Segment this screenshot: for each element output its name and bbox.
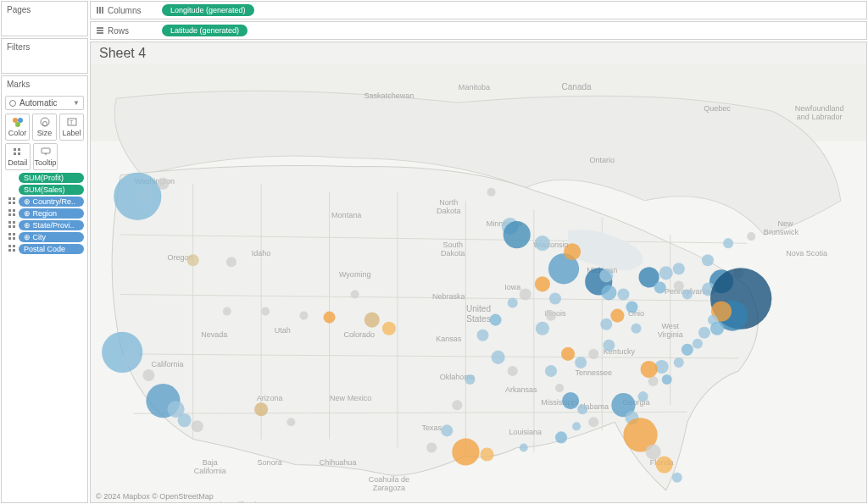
marks-pill-1[interactable]: SUM(Sales) [19,185,84,195]
data-mark[interactable] [535,235,550,251]
data-mark[interactable] [710,322,724,335]
data-mark[interactable] [572,422,581,430]
data-mark[interactable] [535,276,550,291]
marks-pill-2[interactable]: ⊕ Country/Re.. [19,197,84,207]
data-mark[interactable] [226,257,236,267]
data-mark[interactable] [504,221,531,248]
marks-type-dropdown[interactable]: Automatic ▼ [5,96,84,110]
data-mark[interactable] [555,384,564,392]
data-mark[interactable] [178,413,192,427]
data-mark[interactable] [299,312,308,320]
data-mark[interactable] [617,288,629,300]
detail-button[interactable]: Detail [5,143,31,170]
data-mark[interactable] [520,443,528,451]
data-mark[interactable] [287,418,295,426]
data-mark[interactable] [641,361,658,378]
data-mark[interactable] [674,280,684,291]
data-mark[interactable] [610,309,624,323]
data-mark[interactable] [599,269,613,282]
data-mark[interactable] [546,311,556,321]
data-mark[interactable] [631,324,641,334]
marks-pill-4[interactable]: ⊕ State/Provi.. [19,220,84,230]
data-mark[interactable] [555,431,567,443]
data-mark[interactable] [452,400,462,410]
map-viz[interactable]: CanadaSaskatchewanManitobaQuebecOntarioN… [91,64,866,503]
data-mark[interactable] [656,457,673,474]
data-mark[interactable] [508,366,518,376]
marks-pill-3[interactable]: ⊕ Region [19,208,84,219]
data-mark[interactable] [693,339,703,349]
data-mark[interactable] [441,424,453,436]
data-mark[interactable] [601,285,616,300]
pill-type-icon [5,220,19,230]
data-mark[interactable] [536,322,549,335]
data-mark[interactable] [490,314,502,326]
data-mark[interactable] [673,263,685,274]
data-mark[interactable] [682,344,693,356]
svg-text:T: T [70,119,74,125]
data-mark[interactable] [492,351,505,364]
data-mark[interactable] [674,357,684,368]
data-mark[interactable] [626,302,637,313]
data-mark[interactable] [223,307,231,316]
color-button[interactable]: Color [5,114,30,141]
columns-pill[interactable]: Longitude (generated) [162,4,254,16]
sheet-title[interactable]: Sheet 4 [99,46,146,61]
data-mark[interactable] [564,243,581,260]
data-mark[interactable] [549,292,561,304]
data-mark[interactable] [142,369,154,381]
rows-shelf[interactable]: Rows Latitude (generated) [90,21,867,40]
data-mark[interactable] [520,288,531,300]
data-mark[interactable] [102,332,142,373]
data-mark[interactable] [682,289,693,299]
data-mark[interactable] [646,444,661,459]
data-mark[interactable] [192,420,203,432]
data-mark[interactable] [662,374,672,385]
data-mark[interactable] [603,340,615,352]
data-mark[interactable] [364,313,380,328]
data-mark[interactable] [157,178,169,190]
marks-pill-0[interactable]: SUM(Profit) [19,173,84,183]
svg-point-1 [18,118,23,123]
data-mark[interactable] [638,391,648,402]
data-mark[interactable] [561,347,575,361]
columns-shelf[interactable]: Columns Longitude (generated) [90,1,867,19]
data-mark[interactable] [577,404,587,414]
data-mark[interactable] [323,312,335,324]
data-mark[interactable] [261,307,270,316]
data-mark[interactable] [426,442,437,452]
data-mark[interactable] [588,349,598,359]
data-mark[interactable] [588,417,598,427]
data-mark[interactable] [135,186,152,202]
data-mark[interactable] [747,232,755,241]
data-mark[interactable] [452,438,479,465]
data-mark[interactable] [481,447,494,461]
tooltip-button[interactable]: Tooltip [33,143,58,170]
pages-panel-header: Pages [2,2,87,18]
marks-pill-6[interactable]: Postal Code [19,244,84,254]
data-mark[interactable] [575,357,587,368]
data-mark[interactable] [654,281,666,293]
data-mark[interactable] [351,290,359,298]
data-mark[interactable] [562,392,579,409]
data-mark[interactable] [702,254,714,266]
data-mark[interactable] [672,473,682,483]
data-mark[interactable] [487,188,496,197]
data-mark[interactable] [187,254,199,266]
data-mark[interactable] [698,327,710,339]
data-mark[interactable] [508,298,518,308]
rows-pill[interactable]: Latitude (generated) [162,25,248,36]
data-mark[interactable] [382,322,396,335]
data-mark[interactable] [254,402,268,416]
data-mark[interactable] [465,374,475,385]
marks-pill-5[interactable]: ⊕ City [19,232,84,242]
size-icon [39,117,51,127]
data-mark[interactable] [659,266,673,280]
data-mark[interactable] [545,365,557,377]
data-mark[interactable] [600,318,612,330]
label-button[interactable]: T Label [59,114,84,141]
data-mark[interactable] [476,330,488,341]
data-mark[interactable] [122,351,139,368]
size-button[interactable]: Size [32,114,57,141]
data-mark[interactable] [723,238,733,248]
